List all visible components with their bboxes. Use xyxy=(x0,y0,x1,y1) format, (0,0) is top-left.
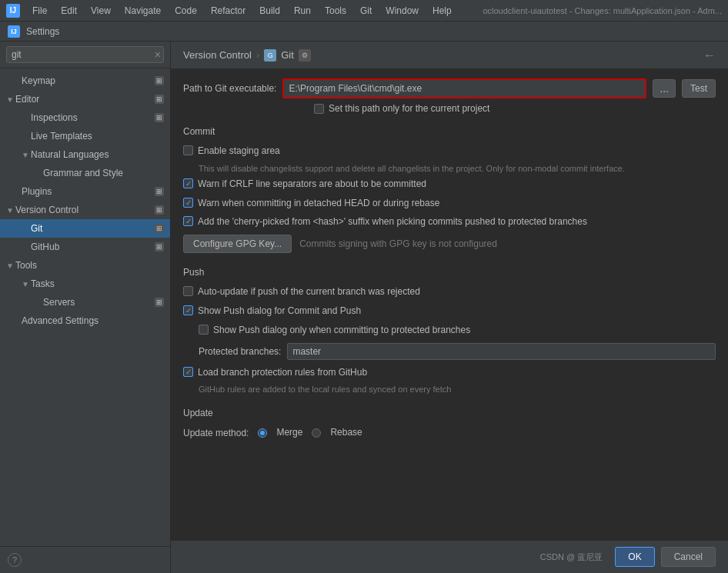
rebase-radio[interactable] xyxy=(312,428,321,438)
menu-window[interactable]: Window xyxy=(379,4,425,18)
sidebar-item-keymap[interactable]: Keymap ⊞ xyxy=(0,72,170,90)
show-push-protected-checkbox[interactable] xyxy=(199,325,209,335)
breadcrumb: Version Control › G Git ⚙ xyxy=(183,49,311,62)
configure-gpg-button[interactable]: Configure GPG Key... xyxy=(183,235,292,253)
menu-file[interactable]: File xyxy=(26,4,53,18)
warn-detached-checkbox[interactable] xyxy=(183,198,193,208)
breadcrumb-vc[interactable]: Version Control xyxy=(183,49,252,61)
warn-detached-row: Warn when committing in detached HEAD or… xyxy=(183,197,716,210)
update-method-label: Update method: xyxy=(183,428,249,438)
add-cherry-row: Add the 'cherry-picked from <hash>' suff… xyxy=(183,215,716,228)
sidebar-item-servers[interactable]: Servers ⊞ xyxy=(0,293,170,311)
load-branch-checkbox[interactable] xyxy=(183,367,193,377)
search-input[interactable] xyxy=(6,46,164,63)
protected-branches-label: Protected branches: xyxy=(183,346,281,357)
sidebar-item-grammar-style[interactable]: Grammar and Style xyxy=(0,164,170,182)
sidebar-item-version-control[interactable]: Version Control ⊞ xyxy=(0,201,170,219)
menu-code[interactable]: Code xyxy=(169,4,203,18)
menu-run[interactable]: Run xyxy=(288,4,317,18)
gpg-note: Commits signing with GPG key is not conf… xyxy=(299,238,497,249)
browse-button[interactable]: ... xyxy=(653,79,676,98)
menu-refactor[interactable]: Refactor xyxy=(205,4,252,18)
editor-expand: ⊞ xyxy=(155,95,164,104)
natural-languages-arrow xyxy=(22,151,31,159)
sidebar-item-tools[interactable]: Tools xyxy=(0,256,170,275)
auto-update-label: Auto-update if push of the current branc… xyxy=(198,285,420,298)
sidebar-item-git[interactable]: Git ⊞ xyxy=(0,219,170,238)
help-button[interactable]: ? xyxy=(8,553,22,567)
sidebar: × Keymap ⊞ Editor ⊞ Inspections ⊞ xyxy=(0,42,171,573)
sidebar-item-github[interactable]: GitHub ⊞ xyxy=(0,238,170,256)
warn-crlf-checkbox[interactable] xyxy=(183,178,193,188)
git-label: Git xyxy=(31,223,42,234)
update-section: Update Update method: Merge Rebase xyxy=(183,408,716,439)
watermark: CSDN @ 蓝尼亚 xyxy=(540,551,603,563)
advanced-settings-label: Advanced Settings xyxy=(22,315,99,326)
sidebar-item-editor[interactable]: Editor ⊞ xyxy=(0,90,170,108)
sidebar-item-natural-languages[interactable]: Natural Languages xyxy=(0,145,170,164)
current-project-checkbox[interactable] xyxy=(314,104,324,114)
enable-staging-label: Enable staging area xyxy=(198,145,280,158)
content-header: Version Control › G Git ⚙ ← xyxy=(171,42,728,69)
menu-build[interactable]: Build xyxy=(253,4,286,18)
breadcrumb-git: Git xyxy=(281,49,294,61)
sidebar-item-live-templates[interactable]: Live Templates xyxy=(0,127,170,145)
path-input[interactable] xyxy=(284,80,645,97)
menu-navigate[interactable]: Navigate xyxy=(119,4,167,18)
menu-help[interactable]: Help xyxy=(426,4,458,18)
live-templates-label: Live Templates xyxy=(31,131,92,142)
sidebar-item-advanced-settings[interactable]: Advanced Settings xyxy=(0,311,170,330)
app-logo: IJ xyxy=(6,4,20,18)
commit-section-title: Commit xyxy=(183,126,716,137)
plugins-expand: ⊞ xyxy=(155,187,164,196)
inspections-label: Inspections xyxy=(31,112,78,123)
path-input-wrapper xyxy=(282,78,646,98)
update-method-row: Update method: Merge Rebase xyxy=(183,426,716,439)
show-push-dialog-row: Show Push dialog for Commit and Push xyxy=(183,305,716,318)
auto-update-checkbox[interactable] xyxy=(183,286,193,296)
warn-crlf-row: Warn if CRLF line separators are about t… xyxy=(183,178,716,191)
servers-label: Servers xyxy=(43,297,75,308)
ok-button[interactable]: OK xyxy=(615,547,654,567)
servers-expand: ⊞ xyxy=(155,298,164,307)
keymap-label: Keymap xyxy=(22,75,55,86)
menu-edit[interactable]: Edit xyxy=(55,4,83,18)
sidebar-bottom: ? xyxy=(0,546,170,573)
search-clear-icon[interactable]: × xyxy=(155,49,161,60)
show-push-dialog-label: Show Push dialog for Commit and Push xyxy=(198,305,361,318)
editor-label: Editor xyxy=(15,94,39,105)
current-project-row: Set this path only for the current proje… xyxy=(183,103,716,114)
sidebar-item-tasks[interactable]: Tasks xyxy=(0,275,170,293)
merge-radio[interactable] xyxy=(258,428,267,438)
breadcrumb-settings-icon[interactable]: ⚙ xyxy=(299,49,311,62)
add-cherry-checkbox[interactable] xyxy=(183,216,193,226)
keymap-expand: ⊞ xyxy=(155,76,164,85)
tasks-arrow xyxy=(22,280,31,288)
window-title: ocloudclient-uiautotest - Changes: multi… xyxy=(483,6,722,15)
gpg-row: Configure GPG Key... Commits signing wit… xyxy=(183,235,716,253)
menu-tools[interactable]: Tools xyxy=(319,4,352,18)
show-push-dialog-checkbox[interactable] xyxy=(183,305,193,315)
menu-git[interactable]: Git xyxy=(354,4,378,18)
github-label: GitHub xyxy=(31,242,59,252)
plugins-label: Plugins xyxy=(22,186,52,197)
inspections-expand: ⊞ xyxy=(155,113,164,122)
protected-branches-input[interactable] xyxy=(287,343,716,360)
menu-bar: IJ File Edit View Navigate Code Refactor… xyxy=(0,0,728,22)
sidebar-item-plugins[interactable]: Plugins ⊞ xyxy=(0,182,170,201)
load-branch-row: Load branch protection rules from GitHub xyxy=(183,366,716,379)
enable-staging-checkbox[interactable] xyxy=(183,145,193,155)
nav-back-icon[interactable]: ← xyxy=(703,48,716,62)
sidebar-item-inspections[interactable]: Inspections ⊞ xyxy=(0,108,170,127)
push-section: Push Auto-update if push of the current … xyxy=(183,267,716,394)
cancel-button[interactable]: Cancel xyxy=(661,547,716,567)
breadcrumb-separator: › xyxy=(256,49,259,61)
settings-title: Settings xyxy=(26,26,59,37)
sidebar-tree: Keymap ⊞ Editor ⊞ Inspections ⊞ Live Tem… xyxy=(0,68,170,546)
push-section-title: Push xyxy=(183,267,716,278)
test-button[interactable]: Test xyxy=(682,79,716,98)
settings-titlebar: IJ Settings xyxy=(0,22,728,42)
menu-view[interactable]: View xyxy=(85,4,117,18)
vc-label: Version Control xyxy=(15,205,78,215)
update-section-title: Update xyxy=(183,408,716,418)
